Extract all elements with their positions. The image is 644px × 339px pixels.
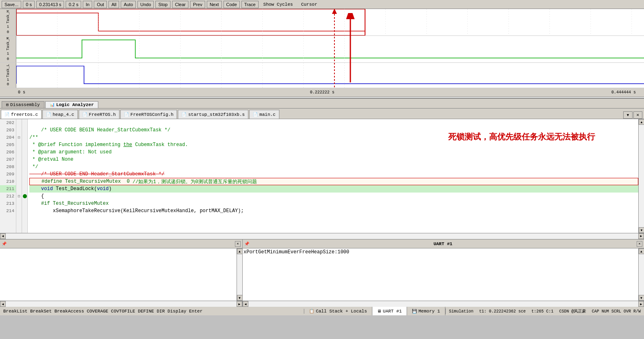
memory-tab-label: Memory 1: [418, 309, 440, 314]
signal-row-task-l: Task_L 1 0: [0, 63, 644, 88]
code-text-211: [29, 186, 41, 192]
uart-scrollbar: ▲ ▼: [638, 248, 644, 301]
panel-left-hscroll-right[interactable]: ▶: [237, 301, 242, 307]
file-tab-heap4[interactable]: 📄 heap_4.c: [42, 110, 78, 119]
bp-empty-214: [22, 207, 27, 215]
panel-left-scroll-down[interactable]: ▼: [237, 295, 243, 301]
code-text-203: /* USER CODE BEGIN Header_StartCubemxTas…: [29, 127, 170, 133]
signal-row-task-h: Task_H 1 0: [0, 9, 644, 36]
code-vscrollbar: ▲ ▼: [638, 119, 644, 233]
auto-button[interactable]: Auto: [121, 1, 136, 8]
undo-button[interactable]: Undo: [137, 1, 154, 8]
code-line-214: xSemaphoreTakeRecursive(KeilRecursiveMut…: [29, 207, 638, 215]
signal-label-task-m: Task_M 1 0: [0, 36, 16, 62]
line-num-205: 205: [0, 141, 16, 148]
fold-indicator-212[interactable]: ⊟: [16, 193, 22, 200]
uart-hscroll-right[interactable]: ▶: [638, 301, 644, 307]
file-tabs-close-btn[interactable]: ✕: [633, 111, 642, 119]
prev-button[interactable]: Prev: [190, 1, 205, 8]
time-val-button[interactable]: 0.231413 s: [36, 1, 64, 8]
uart-close-btn[interactable]: ✕: [637, 241, 642, 247]
panel-left-hscroll-track[interactable]: [6, 301, 237, 307]
code-text-207: * @retval None: [29, 157, 73, 162]
bp-empty-204: [22, 134, 27, 141]
status-left-text: BreakList BreakSet BreakAccess COVERAGE …: [3, 309, 202, 314]
uart-scroll-up[interactable]: ▲: [639, 248, 644, 254]
clear-button[interactable]: Clear: [172, 1, 188, 8]
callstack-tab-label: Call Stack + Locals: [316, 309, 367, 314]
signal-canvas-task-h: [16, 9, 644, 35]
file-tabs-expand-btn[interactable]: ▼: [623, 111, 633, 119]
code-button[interactable]: Code: [224, 1, 240, 8]
time-ruler: 0 s 0.222222 s 0.444444 s: [0, 88, 644, 97]
file-tab-main[interactable]: 📄 main.c: [249, 110, 279, 119]
time-marker-1: 0.222222 s: [310, 90, 334, 95]
status-tab-memory[interactable]: 💾 Memory 1: [407, 307, 445, 315]
disasm-icon: ⊞: [6, 102, 9, 107]
status-tab-callstack[interactable]: 📋 Call Stack + Locals: [304, 307, 372, 315]
code-text-213: #if Test_RecursiveMutex: [29, 201, 108, 206]
panel-left: 📌 ✕ ▲ ▼ ◀ ▶: [0, 239, 243, 306]
code-text-210: #define Test_RecursiveMutex 0: [30, 179, 133, 184]
time-0-button[interactable]: 0 s: [23, 1, 35, 8]
uart-panel-title: UART #1: [434, 242, 452, 246]
code-line-212: {: [29, 193, 638, 200]
fold-empty-208: [16, 163, 22, 171]
panel-left-scroll-track[interactable]: [237, 254, 243, 295]
status-tab-uart[interactable]: 🖥 UART #1: [372, 307, 407, 315]
time-marker-2: 0.444444 s: [611, 90, 636, 95]
code-text-205: * @brief Function implementing the Cubem…: [29, 142, 188, 148]
vscroll-up-btn[interactable]: ▲: [639, 119, 644, 125]
panel-left-close-btn[interactable]: ✕: [235, 241, 241, 247]
bp-empty-207: [22, 156, 27, 163]
zoom-in-button[interactable]: In: [83, 1, 92, 8]
next-button[interactable]: Next: [207, 1, 222, 8]
file-tab-freertos[interactable]: 📄 freertos.c: [1, 110, 42, 119]
freertos-tab-label: freertos.c: [11, 112, 38, 117]
signal-val-1-l: 1: [7, 78, 9, 82]
uart-tab-label: UART #1: [383, 309, 402, 314]
freertosconfig-tab-label: FreeRTOSConfig.h: [131, 112, 174, 117]
uart-scroll-track[interactable]: [639, 254, 644, 295]
signal-canvas-task-l: [16, 63, 644, 88]
tab-logic-analyzer[interactable]: 📊 Logic Analyzer: [45, 101, 98, 108]
fold-empty-206: [16, 148, 22, 156]
time-02-button[interactable]: 0.2 s: [66, 1, 81, 8]
signal-name-task-h: Task_H: [6, 10, 10, 23]
panel-left-scroll-up[interactable]: ▲: [237, 248, 243, 254]
vscroll-track[interactable]: [639, 125, 644, 227]
fold-empty-214: [16, 207, 22, 215]
fold-empty-202: [16, 119, 22, 126]
save-button[interactable]: Save...: [2, 1, 21, 8]
file-tab-startup[interactable]: 📄 startup_stm32f103xb.s: [178, 110, 248, 119]
trace-button[interactable]: Trace: [241, 1, 259, 8]
bp-empty-202: [22, 119, 27, 126]
callstack-icon: 📋: [309, 309, 314, 314]
code-paren-211: ): [108, 186, 111, 192]
bp-empty-205: [22, 141, 27, 148]
line-num-211: 211: [0, 185, 16, 193]
stop-button[interactable]: Stop: [155, 1, 170, 8]
hscroll-track[interactable]: [6, 233, 638, 239]
uart-hscroll-left[interactable]: ◀: [243, 301, 248, 307]
zoom-out-button[interactable]: Out: [94, 1, 107, 8]
tab-disassembly[interactable]: ⊞ Disassembly: [2, 101, 44, 108]
uart-hscroll-track[interactable]: [248, 301, 638, 307]
code-kw-void: void: [41, 186, 53, 192]
hscroll-left-btn[interactable]: ◀: [0, 233, 6, 239]
heap4-file-icon: 📄: [46, 112, 51, 117]
panel-left-hscroll-left[interactable]: ◀: [0, 301, 6, 307]
panel-left-icons: ✕: [235, 241, 241, 247]
all-button[interactable]: All: [108, 1, 119, 8]
sim-info: Simulation: [449, 309, 474, 314]
uart-icon: 🖥: [377, 309, 381, 314]
file-tab-freertosconfig[interactable]: 📄 FreeRTOSConfig.h: [120, 110, 177, 119]
fold-indicator-204[interactable]: ⊟: [16, 134, 22, 141]
file-tab-freertos-h[interactable]: 📄 FreeRTOS.h: [79, 110, 120, 119]
view-tabs: ⊞ Disassembly 📊 Logic Analyzer: [0, 99, 644, 109]
uart-scroll-down[interactable]: ▼: [639, 295, 644, 301]
hscroll-right-btn[interactable]: ▶: [638, 233, 644, 239]
signal-canvas-task-m: [16, 36, 644, 62]
vscroll-down-btn[interactable]: ▼: [639, 227, 644, 233]
signal-val-0-l: 0: [7, 82, 9, 86]
